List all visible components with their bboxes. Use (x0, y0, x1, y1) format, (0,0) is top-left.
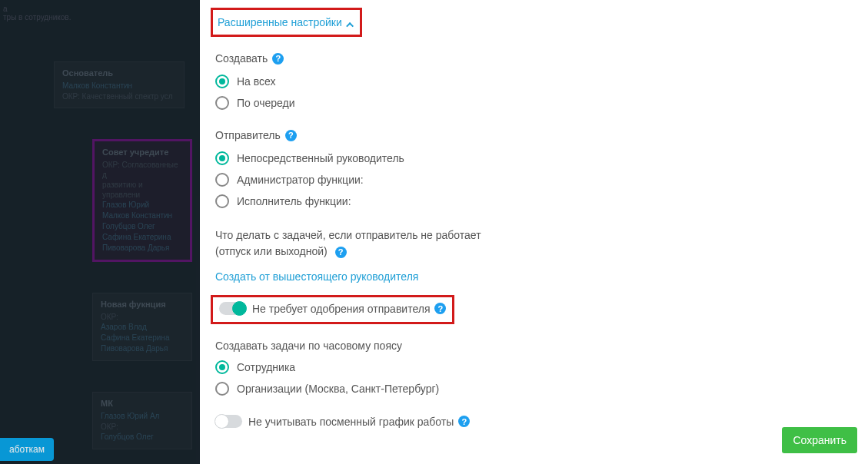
radio-tz-org-label: Организации (Москва, Санкт-Петербург) (237, 383, 439, 395)
bg-board-title: Совет учредите (102, 147, 182, 157)
advanced-settings-toggle[interactable]: Расширенные настройки (218, 12, 355, 33)
section-timezone: Создавать задачи по часовому поясу Сотру… (215, 340, 854, 399)
radio-icon (215, 173, 229, 187)
toggle-no-approval-label: Не требует одобрения отправителя (252, 303, 430, 315)
radio-create-queue-label: По очереди (237, 97, 295, 109)
fallback-action-link[interactable]: Создать от вышестоящего руководителя (215, 270, 418, 283)
section-sender: Отправитель ? Непосредственный руководит… (215, 129, 854, 212)
bg-bottom-button-label: аботкам (9, 444, 45, 455)
tz-title-text: Создавать задачи по часовому поясу (215, 340, 402, 352)
radio-icon (215, 96, 229, 110)
bg-func-title: Новая фукнция (101, 300, 184, 309)
bg-mk-title: МК (101, 399, 184, 408)
bg-func-name: Пивоварова Дарья (101, 343, 184, 354)
section-create: Создавать ? На всех По очереди (215, 52, 854, 114)
bg-board-name: Пивоварова Дарья (102, 243, 182, 254)
bg-mk-okr: ОКР: (101, 422, 184, 432)
help-icon[interactable]: ? (335, 247, 347, 258)
toggle-shift-label: Не учитывать посменный график работы (248, 416, 454, 428)
radio-create-queue[interactable]: По очереди (215, 92, 854, 114)
dimmed-backdrop: а тры в сотрудников. Основатель Малков К… (0, 0, 200, 464)
fallback-desc-text: Что делать с задачей, если отправитель н… (215, 229, 481, 257)
bg-mk-name: Глазов Юрий Ал (101, 411, 184, 422)
advanced-settings-label: Расширенные настройки (218, 16, 342, 28)
settings-panel: Расширенные настройки Создавать ? На все… (200, 0, 868, 464)
radio-create-all-label: На всех (237, 75, 276, 88)
fallback-desc: Что делать с задачей, если отправитель н… (215, 227, 507, 260)
bg-func-name: Сафина Екатерина (101, 333, 184, 343)
highlight-no-approval: Не требует одобрения отправителя ? (211, 295, 454, 324)
backdrop-line2: тры в сотрудников. (3, 13, 197, 22)
toggle-shift[interactable] (215, 415, 242, 428)
radio-create-all[interactable]: На всех (215, 71, 854, 92)
radio-tz-org[interactable]: Организации (Москва, Санкт-Петербург) (215, 378, 854, 399)
bg-founder-okr: ОКР: Качественный спектр усл (62, 91, 176, 101)
radio-sender-direct[interactable]: Непосредственный руководитель (215, 147, 854, 169)
bg-founder-name: Малков Константин (62, 81, 176, 91)
bg-board-name: Малков Константин (102, 210, 182, 221)
help-icon[interactable]: ? (434, 303, 446, 314)
sender-title-text: Отправитель (215, 129, 281, 141)
radio-sender-exec-label: Исполнитель функции: (237, 195, 351, 207)
bg-card-founder: Основатель Малков Константин ОКР: Качест… (54, 61, 185, 108)
section-fallback: Что делать с задачей, если отправитель н… (215, 227, 854, 283)
backdrop-topstrip: а тры в сотрудников. (0, 0, 200, 31)
radio-icon (215, 151, 229, 165)
section-sender-title: Отправитель ? (215, 129, 854, 141)
save-button[interactable]: Сохранить (782, 427, 857, 453)
radio-sender-admin-label: Администратор функции: (237, 174, 364, 186)
bg-card-board: Совет учредите ОКР: Согласованные д разв… (92, 139, 192, 262)
bg-board-okr: ОКР: Согласованные д развитию и управлен… (102, 160, 182, 200)
toggle-no-approval[interactable] (219, 302, 246, 315)
help-icon[interactable]: ? (458, 416, 470, 427)
help-icon[interactable]: ? (285, 130, 297, 141)
help-icon[interactable]: ? (272, 53, 284, 65)
bg-board-name: Глазов Юрий (102, 200, 182, 210)
radio-sender-direct-label: Непосредственный руководитель (237, 152, 404, 164)
radio-icon (215, 194, 229, 208)
bg-bottom-button[interactable]: аботкам (0, 438, 54, 461)
bg-mk-sub: Голубцов Олег (101, 432, 184, 442)
radio-tz-employee[interactable]: Сотрудника (215, 356, 854, 378)
radio-sender-exec[interactable]: Исполнитель функции: (215, 191, 854, 212)
bg-func-name: Азаров Влад (101, 322, 184, 333)
section-create-title: Создавать ? (215, 52, 854, 65)
bg-card-mk: МК Глазов Юрий Ал ОКР: Голубцов Олег (92, 392, 192, 449)
highlight-advanced: Расширенные настройки (211, 8, 362, 37)
radio-icon (215, 360, 229, 374)
chevron-up-icon (346, 22, 354, 30)
bg-func-okr: ОКР: (101, 312, 184, 322)
section-no-approval: Не требует одобрения отправителя ? (215, 295, 854, 324)
bg-board-name: Голубцов Олег (102, 221, 182, 232)
tz-title: Создавать задачи по часовому поясу (215, 340, 854, 352)
bg-board-name: Сафина Екатерина (102, 232, 182, 243)
radio-icon (215, 75, 229, 88)
create-title-text: Создавать (215, 52, 268, 65)
section-shift: Не учитывать посменный график работы ? (215, 415, 854, 428)
bg-founder-title: Основатель (62, 68, 176, 78)
radio-sender-admin[interactable]: Администратор функции: (215, 169, 854, 191)
radio-icon (215, 382, 229, 396)
radio-tz-employee-label: Сотрудника (237, 361, 295, 373)
bg-card-func: Новая фукнция ОКР: Азаров Влад Сафина Ек… (92, 293, 192, 361)
backdrop-line1: а (3, 5, 197, 13)
